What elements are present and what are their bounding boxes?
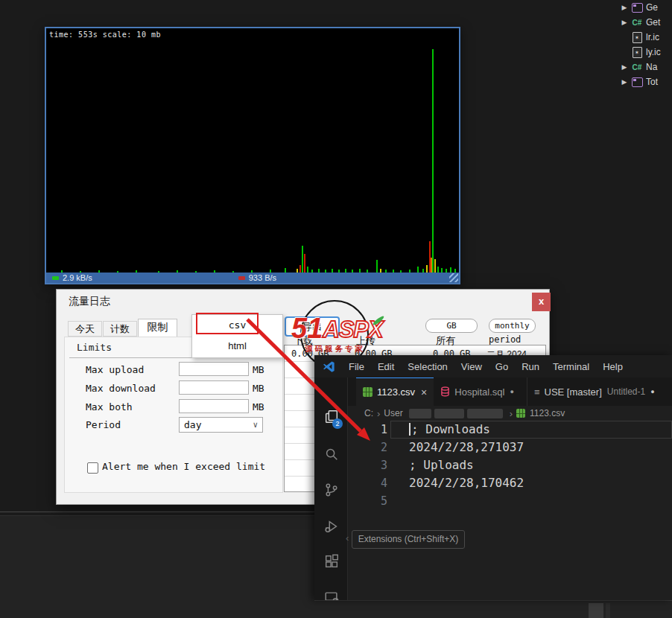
watermark-tagline: 源码服务专家 (305, 344, 365, 354)
chevron-down-icon: ∨ (253, 418, 258, 432)
menu-selection[interactable]: Selection (401, 361, 454, 372)
period-monthly-button[interactable]: monthly (489, 319, 536, 333)
tab-label: 1123.csv (377, 386, 415, 398)
traffic-spike (417, 267, 419, 273)
traffic-spike (299, 265, 301, 273)
tab-limit[interactable]: 限制 (138, 319, 177, 337)
csv-file-icon (516, 409, 525, 418)
max-download-label: Max download (86, 383, 156, 394)
tree-item-label: ly.ic (646, 47, 661, 57)
breadcrumb-drive[interactable]: C: (364, 408, 373, 418)
csharp-icon: C# (630, 63, 644, 71)
watermark-logo: 51 ASP X (291, 316, 384, 341)
tree-item[interactable]: ▶ Tot (618, 74, 672, 88)
expand-arrow-icon[interactable]: ▶ (618, 4, 630, 11)
source-control-icon[interactable] (323, 481, 340, 499)
close-icon[interactable]: × (421, 386, 427, 398)
tab-label: Hospital.sql (454, 386, 504, 398)
line-number: 5 (348, 492, 390, 510)
menu-item-csv[interactable]: csv (192, 315, 282, 336)
menu-file[interactable]: File (342, 361, 371, 372)
editor-area[interactable]: 1 ; Downloads 2 2024/2/28,271037 3 ; Upl… (348, 421, 672, 600)
traffic-canvas: time: 553s scale: 10 mb (46, 28, 459, 273)
tree-item[interactable]: ▶ C# Get (618, 15, 672, 30)
upload-indicator-icon (238, 276, 245, 280)
breadcrumb-file[interactable]: 1123.csv (530, 408, 565, 418)
period-label: Period (86, 419, 121, 430)
line-number: 3 (348, 456, 390, 474)
limits-panel: Limits Max upload MB Max download MB Max… (64, 337, 283, 493)
max-upload-label: Max upload (86, 364, 144, 375)
ico-file-icon: ✶ (630, 32, 644, 43)
query-file-icon: ≡ (534, 386, 540, 398)
remote-explorer-icon[interactable] (323, 589, 340, 600)
breadcrumbs: C: › User › 1123.csv (348, 406, 672, 421)
menu-terminal[interactable]: Terminal (546, 361, 596, 372)
tree-item-label: Tot (646, 77, 658, 87)
tab-hospital-sql[interactable]: Hospital.sql ● (434, 378, 521, 406)
tab-count[interactable]: 计数 (103, 321, 137, 337)
vscode-window: File Edit Selection View Go Run Terminal… (314, 355, 672, 600)
extensions-icon[interactable] (323, 552, 340, 570)
close-button[interactable]: x (532, 293, 551, 311)
alert-checkbox-label: Alert me when I exceed limit (102, 461, 265, 472)
tab-untitled-sql[interactable]: ≡ USE [master] Untitled-1 ● (527, 378, 662, 406)
modified-dot-icon[interactable]: ● (650, 388, 654, 395)
tree-item[interactable]: ▶ C# Na (618, 60, 672, 74)
max-download-unit: MB (253, 383, 264, 394)
expand-arrow-icon[interactable]: ▶ (618, 19, 630, 26)
menu-help[interactable]: Help (596, 361, 630, 372)
traffic-spike (437, 267, 439, 273)
vscode-bottom-edge (314, 600, 672, 601)
unit-gb-button[interactable]: GB (425, 319, 478, 333)
tree-item-label: Ge (646, 2, 658, 13)
text-cursor (409, 423, 411, 436)
code-line: 2 2024/2/28,271037 (348, 439, 672, 456)
screen: ▶ Ge ▶ C# Get ✶ lr.ic ✶ ly.ic ▶ C# Na ▶ … (0, 0, 672, 618)
menu-run[interactable]: Run (515, 361, 546, 372)
tree-item-label: lr.ic (646, 32, 659, 42)
tab-1123-csv[interactable]: 1123.csv × (356, 378, 434, 406)
tree-item[interactable]: ✶ lr.ic (618, 30, 672, 45)
tooltip-pointer: ‹ (346, 532, 349, 544)
traffic-monitor-window: time: 553s scale: 10 mb 2.9 kB/s 933 B/s (45, 27, 460, 284)
max-both-field[interactable] (179, 399, 249, 413)
max-download-field[interactable] (179, 380, 249, 395)
vscode-menubar: File Edit Selection View Go Run Terminal… (314, 355, 672, 378)
code-line: 1 ; Downloads (348, 421, 672, 439)
line-content: ; Downloads (390, 421, 672, 439)
stats-header-period: period (489, 334, 521, 345)
csv-file-icon (363, 387, 373, 397)
expand-arrow-icon[interactable]: ▶ (618, 63, 630, 71)
tab-today[interactable]: 今天 (68, 321, 102, 337)
resize-grip[interactable] (449, 273, 458, 282)
run-debug-icon[interactable] (323, 517, 340, 535)
taskbar-fragment-2 (606, 603, 610, 618)
winform-icon (630, 3, 644, 13)
menu-edit[interactable]: Edit (371, 361, 401, 372)
alert-checkbox[interactable] (87, 462, 98, 474)
max-upload-field[interactable] (179, 362, 249, 376)
menu-view[interactable]: View (454, 361, 489, 372)
redacted-segment (467, 409, 503, 418)
search-icon[interactable] (323, 445, 340, 463)
csharp-icon: C# (630, 19, 644, 27)
menu-go[interactable]: Go (489, 361, 515, 372)
traffic-spike (426, 265, 428, 273)
tree-item[interactable]: ✶ ly.ic (618, 45, 672, 60)
redacted-segment (409, 409, 431, 418)
menu-item-html[interactable]: html (192, 336, 282, 357)
modified-dot-icon[interactable]: ● (510, 388, 513, 395)
line-number: 4 (348, 474, 390, 492)
expand-arrow-icon[interactable]: ▶ (618, 78, 630, 86)
upload-rate: 933 B/s (249, 273, 276, 282)
winform-icon (630, 77, 644, 87)
chevron-right-icon: › (510, 408, 513, 419)
period-select[interactable]: day ∨ (179, 417, 263, 433)
explorer-badge: 2 (332, 418, 343, 429)
watermark-51: 51 (291, 316, 323, 341)
taskbar-fragment (589, 603, 603, 618)
extensions-tooltip: Extensions (Ctrl+Shift+X) (352, 530, 465, 549)
breadcrumb-user[interactable]: User (384, 408, 402, 418)
tree-item[interactable]: ▶ Ge (618, 0, 672, 15)
